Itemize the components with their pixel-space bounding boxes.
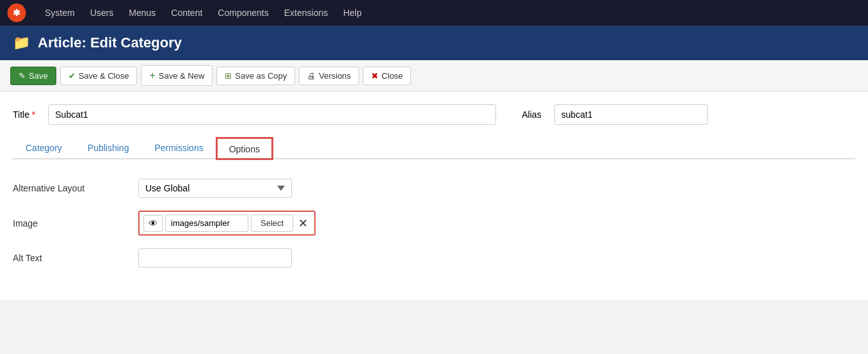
versions-icon: 🖨 <box>307 71 316 81</box>
clear-x-icon: ✕ <box>298 217 308 230</box>
alias-label: Alias <box>522 109 541 120</box>
save-close-button[interactable]: ✔ Save & Close <box>60 67 138 85</box>
image-control: 👁 Select ✕ <box>138 211 316 236</box>
title-label: Title * <box>13 109 35 120</box>
image-path-input[interactable] <box>165 214 248 232</box>
tab-permissions[interactable]: Permissions <box>141 138 216 158</box>
alt-text-control <box>138 248 292 268</box>
alt-layout-label: Alternative Layout <box>13 183 128 193</box>
image-select-button[interactable]: Select <box>251 214 293 232</box>
alt-text-input[interactable] <box>138 248 292 268</box>
tab-options[interactable]: Options <box>216 138 273 159</box>
nav-content[interactable]: Content <box>163 0 210 26</box>
options-tab-content: Alternative Layout Use Global Default Im… <box>13 172 855 287</box>
folder-icon: 📁 <box>13 35 30 51</box>
save-copy-button[interactable]: ⊞ Save as Copy <box>216 67 295 85</box>
nav-components[interactable]: Components <box>210 0 276 26</box>
close-label: Close <box>382 71 403 81</box>
eye-icon: 👁 <box>149 218 157 229</box>
save-button[interactable]: ✎ Save <box>10 67 56 85</box>
nav-extensions[interactable]: Extensions <box>277 0 335 26</box>
nav-users[interactable]: Users <box>83 0 122 26</box>
nav-menus[interactable]: Menus <box>121 0 163 26</box>
check-icon: ✔ <box>68 71 76 81</box>
plus-icon: + <box>149 70 155 81</box>
save-copy-label: Save as Copy <box>235 71 287 81</box>
close-icon: ✖ <box>371 71 378 81</box>
copy-icon: ⊞ <box>225 71 232 81</box>
alt-layout-row: Alternative Layout Use Global Default <box>13 179 855 198</box>
joomla-logo-icon: ✱ <box>6 3 27 23</box>
image-clear-button[interactable]: ✕ <box>296 218 310 229</box>
alias-input[interactable] <box>554 104 708 125</box>
versions-label: Versions <box>319 71 351 81</box>
save-icon: ✎ <box>19 71 26 81</box>
tabs-container: Category Publishing Permissions Options <box>13 138 855 159</box>
save-new-label: Save & New <box>159 71 205 81</box>
nav-system[interactable]: System <box>37 0 83 26</box>
image-field-wrapper: 👁 Select ✕ <box>138 211 316 236</box>
title-input[interactable] <box>48 104 496 125</box>
alt-text-row: Alt Text <box>13 248 855 268</box>
alt-layout-select[interactable]: Use Global Default <box>138 179 292 198</box>
close-button[interactable]: ✖ Close <box>363 67 411 85</box>
image-label: Image <box>13 218 128 229</box>
alt-text-label: Alt Text <box>13 253 128 263</box>
save-label: Save <box>29 71 48 81</box>
tab-publishing[interactable]: Publishing <box>75 138 142 158</box>
title-row: Title * Alias <box>13 104 855 125</box>
nav-help[interactable]: Help <box>335 0 369 26</box>
required-marker: * <box>32 109 35 120</box>
save-new-button[interactable]: + Save & New <box>141 65 213 86</box>
image-preview-button[interactable]: 👁 <box>143 215 163 232</box>
alt-layout-control: Use Global Default <box>138 179 292 198</box>
content-area: Title * Alias Category Publishing Permis… <box>0 92 868 300</box>
page-title: Article: Edit Category <box>38 35 182 51</box>
top-nav: ✱ System Users Menus Content Components … <box>0 0 868 26</box>
toolbar: ✎ Save ✔ Save & Close + Save & New ⊞ Sav… <box>0 60 868 92</box>
page-header: 📁 Article: Edit Category <box>0 26 868 60</box>
image-row: Image 👁 Select ✕ <box>13 211 855 236</box>
save-close-label: Save & Close <box>79 71 129 81</box>
tab-category[interactable]: Category <box>13 138 75 158</box>
svg-text:✱: ✱ <box>13 8 20 18</box>
versions-button[interactable]: 🖨 Versions <box>299 67 359 85</box>
